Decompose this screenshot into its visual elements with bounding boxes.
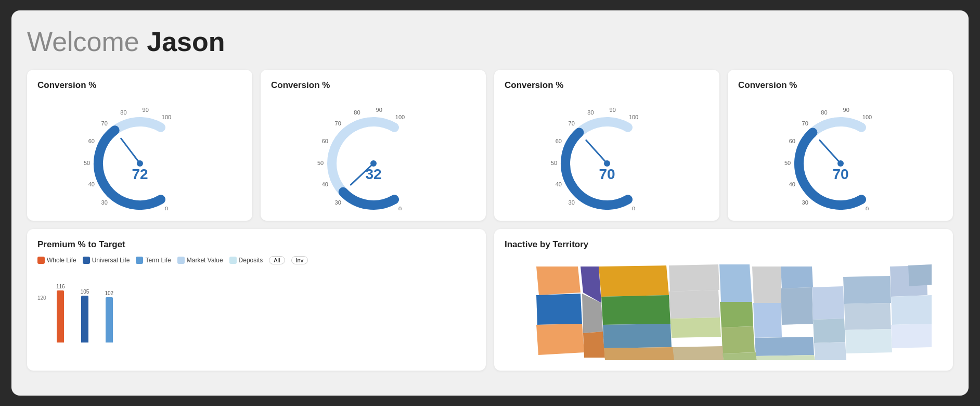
svg-text:90: 90 [843,107,849,113]
state-wa [536,267,581,295]
svg-text:90: 90 [609,107,615,113]
bar-2 [81,296,88,342]
svg-text:50: 50 [784,160,790,166]
all-button[interactable]: All [269,256,285,264]
main-container: Welcome Jason Conversion %01020304050607… [11,10,969,396]
territory-title: Inactive by Territory [505,239,943,250]
svg-text:70: 70 [599,166,615,182]
state-mo [721,326,755,353]
state-nd [669,264,719,291]
svg-text:50: 50 [83,160,89,166]
svg-text:80: 80 [587,109,594,116]
bar-whole-life: 116 [56,284,65,342]
state-de-nj [891,324,932,348]
bar-universal-life: 105 [81,289,89,342]
bar-val-1: 116 [56,284,65,289]
svg-text:80: 80 [120,109,126,116]
legend-label-market: Market Value [187,257,223,264]
state-il [753,303,782,338]
inv-button[interactable]: Inv [291,256,308,264]
svg-text:60: 60 [789,138,795,144]
svg-text:30: 30 [334,199,341,206]
svg-text:50: 50 [550,160,557,166]
bar-val-3: 102 [105,290,113,296]
legend-dot-market [177,257,185,264]
bar-val-2: 105 [81,289,89,295]
state-mn [719,264,752,303]
state-az [583,332,605,358]
state-mt [599,265,669,297]
welcome-prefix: Welcome [27,27,147,57]
svg-line-39 [586,140,607,163]
legend-market-value: Market Value [177,257,223,264]
chart-legend: Whole Life Universal Life Term Life Mark… [37,256,475,264]
y-label-120: 120 [37,295,46,301]
state-oh [812,286,844,320]
svg-text:0: 0 [398,206,401,210]
svg-text:100: 100 [862,114,871,120]
gauge-container-2: 010203040506070809010032 [271,96,475,210]
bar-term-life: 102 [105,290,113,342]
svg-text:60: 60 [88,138,94,144]
svg-text:70: 70 [802,120,808,126]
svg-text:70: 70 [832,166,848,182]
state-or [536,294,582,325]
bar-1 [57,290,64,342]
state-ne [670,318,721,338]
state-tx-top [604,347,674,360]
svg-text:32: 32 [365,166,381,182]
gauge-container-1: 010203040506070809010072 [37,96,242,210]
state-ks [672,346,724,360]
legend-label-whole-life: Whole Life [47,257,76,264]
legend-deposits: Deposits [229,257,263,264]
svg-text:100: 100 [628,114,638,120]
us-map-svg [505,256,943,360]
gauge-svg-2: 010203040506070809010032 [311,96,436,210]
gauge-title-3: Conversion % [505,80,709,91]
svg-text:100: 100 [395,114,404,120]
state-co [603,324,672,348]
state-me [908,264,932,286]
svg-text:80: 80 [821,109,827,116]
svg-text:90: 90 [376,107,382,113]
state-nc [814,342,846,360]
state-wi [752,267,782,304]
gauge-card-3: Conversion %010203040506070809010070 [494,70,719,221]
gauge-card-2: Conversion %010203040506070809010032 [261,70,486,221]
state-wv [813,319,845,343]
state-ca [536,324,584,355]
svg-text:40: 40 [321,181,328,187]
bar-3 [106,297,113,342]
svg-text:50: 50 [317,160,323,166]
state-ar [723,352,757,360]
welcome-heading: Welcome Jason [27,26,953,57]
bottom-row: Premium % to Target Whole Life Universal… [27,229,953,371]
svg-text:100: 100 [161,114,171,120]
state-in [781,287,813,325]
legend-dot-whole-life [37,257,45,264]
svg-text:40: 40 [88,181,94,187]
gauge-container-3: 010203040506070809010070 [505,96,709,210]
welcome-name: Jason [147,27,225,57]
legend-dot-universal [83,257,90,264]
legend-dot-deposits [229,257,237,264]
gauge-title-4: Conversion % [738,80,943,91]
svg-text:80: 80 [354,109,360,116]
premium-card: Premium % to Target Whole Life Universal… [27,229,486,371]
svg-text:30: 30 [101,199,107,206]
map-area [505,256,943,360]
state-va [844,303,891,330]
svg-text:40: 40 [555,181,561,187]
state-md [845,329,892,353]
svg-text:70: 70 [101,120,107,126]
svg-text:30: 30 [802,199,808,206]
svg-text:0: 0 [164,206,167,210]
svg-text:60: 60 [555,138,561,144]
svg-text:70: 70 [568,120,574,126]
legend-label-term: Term Life [145,257,171,264]
svg-text:0: 0 [631,206,635,210]
state-ia [720,302,753,327]
svg-text:60: 60 [321,138,328,144]
gauge-title-1: Conversion % [37,80,242,91]
gauge-card-1: Conversion %010203040506070809010072 [27,70,252,221]
